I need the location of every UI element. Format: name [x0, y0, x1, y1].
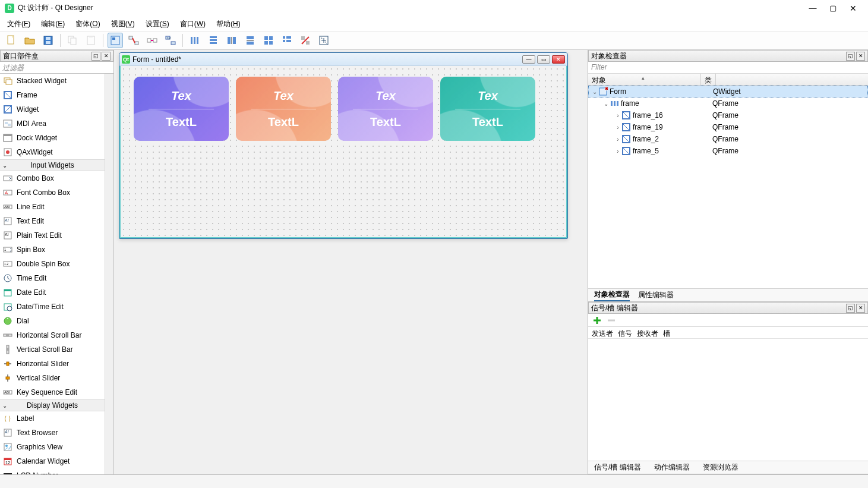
form-maximize-button[interactable]: ▭ — [537, 55, 550, 64]
tree-expand-icon[interactable]: ⌄ — [602, 100, 610, 107]
toolbar-paste-button[interactable] — [83, 33, 99, 48]
toolbar-break-layout-button[interactable] — [298, 33, 313, 48]
widgetbox-item[interactable]: Horizontal Scroll Bar — [0, 328, 105, 342]
widgetbox-item[interactable]: Combo Box — [0, 171, 105, 185]
toolbar-edit-signals-button[interactable] — [126, 33, 141, 48]
widgetbox-item[interactable]: Date Edit — [0, 285, 105, 300]
form-body[interactable]: TexTextL TexTextL TexTextL TexTextL — [119, 66, 567, 238]
tree-row[interactable]: ›frame_16QFrame — [588, 109, 868, 121]
widgetbox-item[interactable]: AIText Edit — [0, 214, 105, 228]
card-frame[interactable]: TexTextL — [134, 77, 229, 141]
widgetbox-item[interactable]: Vertical Scroll Bar — [0, 342, 105, 357]
menu-view[interactable]: 视图(V) — [106, 17, 140, 31]
toolbar-edit-widgets-button[interactable] — [108, 33, 123, 48]
widgetbox-item[interactable]: 1.2Double Spin Box — [0, 257, 105, 271]
tab-signals-editor[interactable]: 信号/槽 编辑器 — [594, 462, 641, 473]
card-frame[interactable]: TexTextL — [236, 77, 331, 141]
widgetbox-item[interactable]: ⟨⟩Label — [0, 411, 105, 426]
window-maximize-button[interactable]: ▢ — [823, 2, 843, 15]
widgetbox-item[interactable]: Graphics View — [0, 440, 105, 454]
menu-help[interactable]: 帮助(H) — [212, 17, 245, 31]
column-object[interactable]: 对象 — [588, 74, 701, 85]
toolbar-layout-horizontal-button[interactable] — [187, 33, 203, 48]
widgetbox-category[interactable]: ⌄Input Widgets — [0, 159, 105, 171]
widgetbox-item[interactable]: Dock Widget — [0, 131, 105, 145]
toolbar-open-button[interactable] — [22, 33, 37, 48]
tab-property-editor[interactable]: 属性编辑器 — [638, 290, 674, 300]
toolbar-new-button[interactable] — [4, 33, 19, 48]
form-window[interactable]: Qt Form - untitled* — ▭ ✕ TexTextL TexTe… — [119, 52, 568, 239]
toolbar-edit-taborder-button[interactable]: 12 — [163, 33, 178, 48]
toolbar-layout-vertical-button[interactable] — [206, 33, 221, 48]
col-receiver[interactable]: 接收者 — [637, 329, 658, 336]
widgetbox-item[interactable]: 12Calendar Widget — [0, 454, 105, 468]
col-slot[interactable]: 槽 — [663, 329, 670, 336]
tree-row[interactable]: ›frame_19QFrame — [588, 121, 868, 133]
object-inspector-close-button[interactable]: ✕ — [856, 52, 865, 61]
widgetbox-item[interactable]: 42LCD Number — [0, 468, 105, 474]
widgetbox-filter-input[interactable]: 过滤器 — [0, 62, 113, 74]
toolbar-layout-vsplitter-button[interactable] — [242, 33, 258, 48]
tree-expand-icon[interactable]: › — [614, 148, 621, 155]
tree-row[interactable]: ⌄frameQFrame — [588, 97, 868, 109]
menu-form[interactable]: 窗体(O) — [71, 17, 105, 31]
menu-settings[interactable]: 设置(S) — [141, 17, 174, 31]
widgetbox-item[interactable]: Frame — [0, 88, 105, 102]
widgetbox-item[interactable]: AIText Browser — [0, 426, 105, 440]
tree-row[interactable]: ⌄FormQWidget — [588, 86, 868, 97]
card-frame[interactable]: TexTextL — [440, 77, 535, 141]
widgetbox-close-button[interactable]: ✕ — [102, 52, 111, 61]
toolbar-edit-buddies-button[interactable] — [144, 33, 160, 48]
tree-expand-icon[interactable]: ⌄ — [591, 89, 598, 95]
widgetbox-category[interactable]: ⌄Display Widgets — [0, 399, 105, 411]
toolbar-layout-form-button[interactable] — [279, 33, 295, 48]
widgetbox-item[interactable]: Date/Time Edit — [0, 300, 105, 314]
signals-close-button[interactable]: ✕ — [856, 304, 865, 313]
col-sender[interactable]: 发送者 — [592, 329, 613, 336]
widgetbox-item[interactable]: Vertical Slider — [0, 371, 105, 385]
widgetbox-float-button[interactable]: ◱ — [91, 52, 100, 61]
toolbar-layout-grid-button[interactable] — [261, 33, 276, 48]
widgetbox-item[interactable]: MDI Area — [0, 117, 105, 131]
menu-file[interactable]: 文件(F) — [2, 17, 35, 31]
widgetbox-list[interactable]: Stacked WidgetFrameWidgetMDI AreaDock Wi… — [0, 74, 105, 474]
form-minimize-button[interactable]: — — [522, 55, 535, 64]
widgetbox-item[interactable]: 1Spin Box — [0, 243, 105, 257]
tab-resource-browser[interactable]: 资源浏览器 — [703, 462, 738, 473]
tree-row[interactable]: ›frame_5QFrame — [588, 145, 868, 157]
menu-window[interactable]: 窗口(W) — [175, 17, 210, 31]
tree-expand-icon[interactable]: › — [614, 112, 621, 119]
widgetbox-scrollbar[interactable] — [105, 74, 113, 474]
widgetbox-item[interactable]: Dial — [0, 314, 105, 328]
object-inspector-headers[interactable]: 对象 ▴ 类 — [588, 74, 868, 86]
form-close-button[interactable]: ✕ — [552, 55, 565, 64]
menu-edit[interactable]: 编辑(E) — [36, 17, 70, 31]
card-frame[interactable]: TexTextL — [338, 77, 433, 141]
signals-float-button[interactable]: ◱ — [846, 304, 855, 313]
signals-add-button[interactable] — [592, 316, 602, 325]
tree-expand-icon[interactable]: › — [614, 124, 621, 131]
tab-action-editor[interactable]: 动作编辑器 — [654, 462, 690, 473]
widgetbox-item[interactable]: AIPlain Text Edit — [0, 228, 105, 243]
toolbar-copy-button[interactable] — [65, 33, 80, 48]
toolbar-adjust-size-button[interactable] — [316, 33, 332, 48]
tree-expand-icon[interactable]: › — [614, 136, 621, 143]
column-class[interactable]: 类 — [701, 74, 716, 85]
window-minimize-button[interactable]: — — [803, 2, 823, 15]
widgetbox-item[interactable]: Widget — [0, 102, 105, 117]
toolbar-save-button[interactable] — [40, 33, 56, 48]
widgetbox-item[interactable]: AFont Combo Box — [0, 185, 105, 200]
object-inspector-filter-input[interactable]: Filter — [588, 62, 868, 74]
widgetbox-item[interactable]: QAxWidget — [0, 145, 105, 159]
signals-remove-button[interactable] — [606, 316, 617, 325]
toolbar-layout-hsplitter-button[interactable] — [224, 33, 239, 48]
design-canvas[interactable]: Qt Form - untitled* — ▭ ✕ TexTextL TexTe… — [114, 50, 588, 474]
signals-table-body[interactable] — [588, 339, 868, 461]
widgetbox-item[interactable]: ABIKey Sequence Edit — [0, 385, 105, 399]
widgetbox-item[interactable]: Stacked Widget — [0, 74, 105, 88]
widgetbox-item[interactable]: Horizontal Slider — [0, 357, 105, 371]
widgetbox-item[interactable]: ABILine Edit — [0, 200, 105, 214]
form-titlebar[interactable]: Qt Form - untitled* — ▭ ✕ — [119, 53, 567, 66]
widgetbox-item[interactable]: Time Edit — [0, 271, 105, 285]
object-tree[interactable]: ⌄FormQWidget⌄frameQFrame›frame_16QFrame›… — [588, 86, 868, 288]
